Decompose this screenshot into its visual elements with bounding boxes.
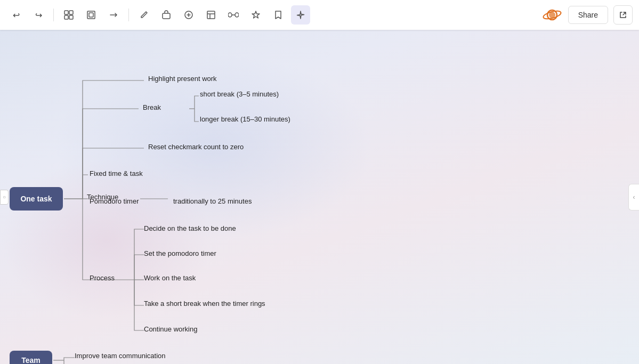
svg-rect-3 [69,15,73,19]
share-button[interactable]: Share [568,6,608,24]
star-button[interactable] [246,5,265,25]
pen-button[interactable] [134,5,153,25]
node-traditionally: traditionally to 25 minutes [173,197,252,205]
node-longer-break: longer break (15–30 minutes) [200,115,290,123]
toolbar-left: ↩ ↪ [6,5,541,25]
node-continue: Continue working [144,325,197,333]
left-collapse-button[interactable]: ○ [0,190,9,205]
toolbar-separator-1 [53,9,54,21]
svg-rect-2 [64,15,68,19]
node-set-timer: Set the pomodoro timer [144,249,216,257]
table-button[interactable] [201,5,221,25]
node-improve: Improve team communication [75,352,166,360]
redo-button[interactable]: ↪ [29,5,48,25]
node-highlight: Highlight present work [148,75,217,83]
node-pomodoro: Pomodoro timer [90,197,139,205]
open-new-button[interactable] [613,5,633,25]
right-sidebar-toggle[interactable]: ‹ [628,184,639,211]
node-one-task[interactable]: One task [10,187,63,211]
infinity-button[interactable] [224,5,243,25]
bookmark-button[interactable] [269,5,288,25]
mindmap-canvas[interactable]: One task Team Technique Break Highlight … [0,30,639,364]
ungroup-button[interactable] [82,5,101,25]
svg-point-11 [549,12,555,18]
sparkle-button[interactable] [291,5,310,25]
logo [541,4,563,26]
node-team[interactable]: Team [10,351,52,364]
node-process: Process [90,274,115,282]
toolbar-right: Share [541,4,633,26]
svg-rect-1 [69,11,73,14]
svg-rect-5 [89,13,93,17]
node-short-break: short break (3–5 minutes) [200,90,279,98]
add-button[interactable] [179,5,198,25]
node-fixed-time: Fixed time & task [90,169,143,177]
shape-button[interactable] [157,5,176,25]
svg-rect-8 [207,11,215,19]
toolbar-separator-2 [128,9,129,21]
node-work-task: Work on the task [144,274,196,282]
svg-rect-0 [64,11,68,14]
toolbar: ↩ ↪ [0,0,639,30]
group-button[interactable] [59,5,78,25]
connect-button[interactable] [104,5,123,25]
node-short-break2: Take a short break when the timer rings [144,300,265,308]
svg-rect-6 [163,13,170,19]
node-reset: Reset checkmark count to zero [148,143,244,151]
undo-button[interactable]: ↩ [6,5,26,25]
node-decide: Decide on the task to be done [144,224,236,232]
node-break: Break [143,103,161,111]
